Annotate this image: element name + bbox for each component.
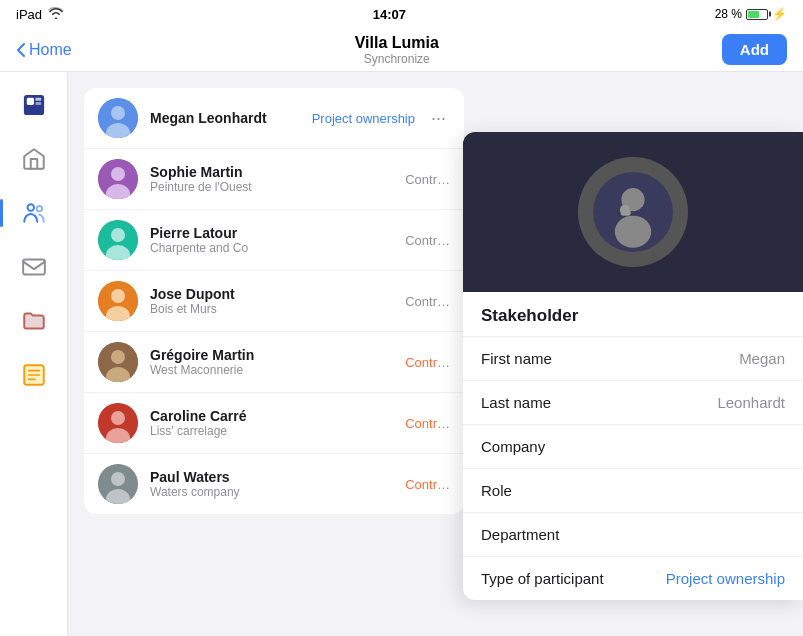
- page-subtitle: Synchronize: [355, 52, 439, 66]
- detail-rows: First name Megan Last name Leonhardt Com…: [463, 337, 803, 600]
- person-name: Jose Dupont: [150, 286, 393, 302]
- svg-point-5: [36, 206, 41, 211]
- avatar: [98, 281, 138, 321]
- list-item[interactable]: Sophie Martin Peinture de l'Ouest Contr…: [84, 149, 464, 210]
- sidebar-item-note[interactable]: [9, 350, 59, 400]
- detail-label: Department: [481, 526, 559, 543]
- detail-panel: Stakeholder First name Megan Last name L…: [463, 132, 803, 600]
- svg-rect-1: [26, 98, 33, 105]
- person-company: Waters company: [150, 485, 393, 499]
- person-name: Paul Waters: [150, 469, 393, 485]
- detail-value: Project ownership: [666, 570, 785, 587]
- people-card: Megan Leonhardt Project ownership ··· So…: [84, 88, 464, 514]
- battery-icon: [746, 9, 768, 20]
- stakeholder-header: Stakeholder: [463, 292, 803, 337]
- person-company: Bois et Murs: [150, 302, 393, 316]
- sidebar: [0, 72, 68, 636]
- status-left: iPad: [16, 7, 64, 22]
- status-time: 14:07: [373, 7, 406, 22]
- detail-row-lastname[interactable]: Last name Leonhardt: [463, 381, 803, 425]
- add-button[interactable]: Add: [722, 34, 787, 65]
- svg-point-31: [615, 216, 651, 248]
- detail-label: Role: [481, 482, 512, 499]
- person-name: Grégoire Martin: [150, 347, 393, 363]
- person-role: Contr…: [405, 172, 450, 187]
- person-role: Contr…: [405, 355, 450, 370]
- svg-point-21: [111, 350, 125, 364]
- sidebar-item-people[interactable]: [9, 188, 59, 238]
- list-item[interactable]: Megan Leonhardt Project ownership ···: [84, 88, 464, 149]
- detail-row-role[interactable]: Role: [463, 469, 803, 513]
- main-layout: Megan Leonhardt Project ownership ··· So…: [0, 72, 803, 636]
- avatar: [98, 159, 138, 199]
- person-role: Contr…: [405, 477, 450, 492]
- svg-rect-2: [35, 98, 41, 101]
- list-item[interactable]: Jose Dupont Bois et Murs Contr…: [84, 271, 464, 332]
- detail-row-firstname[interactable]: First name Megan: [463, 337, 803, 381]
- avatar: [98, 220, 138, 260]
- person-role: Contr…: [405, 233, 450, 248]
- svg-point-18: [111, 289, 125, 303]
- list-item[interactable]: Pierre Latour Charpente and Co Contr…: [84, 210, 464, 271]
- person-name: Pierre Latour: [150, 225, 393, 241]
- person-company: Peinture de l'Ouest: [150, 180, 393, 194]
- person-name: Megan Leonhardt: [150, 110, 300, 126]
- ipad-label: iPad: [16, 7, 42, 22]
- detail-value: Megan: [739, 350, 785, 367]
- person-info: Jose Dupont Bois et Murs: [150, 286, 393, 316]
- detail-label: Last name: [481, 394, 551, 411]
- avatar: [98, 403, 138, 443]
- svg-rect-6: [23, 259, 45, 274]
- detail-label: Type of participant: [481, 570, 604, 587]
- sidebar-item-home[interactable]: [9, 134, 59, 184]
- battery-percent: 28 %: [715, 7, 742, 21]
- person-info: Caroline Carré Liss' carrelage: [150, 408, 393, 438]
- back-button[interactable]: Home: [16, 41, 72, 59]
- person-company: West Maconnerie: [150, 363, 393, 377]
- detail-row-type[interactable]: Type of participant Project ownership: [463, 557, 803, 600]
- avatar: [98, 98, 138, 138]
- sidebar-item-folder[interactable]: [9, 296, 59, 346]
- avatar-section: [463, 132, 803, 292]
- detail-row-company[interactable]: Company: [463, 425, 803, 469]
- list-item[interactable]: Grégoire Martin West Maconnerie Contr…: [84, 332, 464, 393]
- person-info: Megan Leonhardt: [150, 110, 300, 126]
- status-bar: iPad 14:07 28 % ⚡: [0, 0, 803, 28]
- svg-point-27: [111, 472, 125, 486]
- nav-bar: Home Villa Lumia Synchronize Add: [0, 28, 803, 72]
- charging-icon: ⚡: [772, 7, 787, 21]
- svg-rect-0: [23, 95, 43, 115]
- detail-row-department[interactable]: Department: [463, 513, 803, 557]
- content-area: Megan Leonhardt Project ownership ··· So…: [68, 72, 803, 636]
- svg-point-4: [27, 204, 34, 211]
- person-name: Sophie Martin: [150, 164, 393, 180]
- more-button[interactable]: ···: [427, 108, 450, 129]
- list-item[interactable]: Paul Waters Waters company Contr…: [84, 454, 464, 514]
- detail-value: Leonhardt: [717, 394, 785, 411]
- detail-label: First name: [481, 350, 552, 367]
- back-label: Home: [29, 41, 72, 59]
- sidebar-item-thumbnail[interactable]: [9, 80, 59, 130]
- person-company: Charpente and Co: [150, 241, 393, 255]
- sidebar-item-mail[interactable]: [9, 242, 59, 292]
- large-avatar: [578, 157, 688, 267]
- person-info: Paul Waters Waters company: [150, 469, 393, 499]
- svg-point-9: [111, 106, 125, 120]
- person-role: Project ownership: [312, 111, 415, 126]
- person-company: Liss' carrelage: [150, 424, 393, 438]
- svg-rect-33: [621, 210, 631, 216]
- svg-rect-3: [35, 102, 41, 105]
- svg-point-24: [111, 411, 125, 425]
- wifi-icon: [48, 7, 64, 22]
- svg-point-15: [111, 228, 125, 242]
- status-right: 28 % ⚡: [715, 7, 787, 21]
- person-info: Pierre Latour Charpente and Co: [150, 225, 393, 255]
- person-name: Caroline Carré: [150, 408, 393, 424]
- person-info: Grégoire Martin West Maconnerie: [150, 347, 393, 377]
- person-info: Sophie Martin Peinture de l'Ouest: [150, 164, 393, 194]
- list-item[interactable]: Caroline Carré Liss' carrelage Contr…: [84, 393, 464, 454]
- svg-point-12: [111, 167, 125, 181]
- person-role: Contr…: [405, 294, 450, 309]
- person-role: Contr…: [405, 416, 450, 431]
- avatar: [98, 464, 138, 504]
